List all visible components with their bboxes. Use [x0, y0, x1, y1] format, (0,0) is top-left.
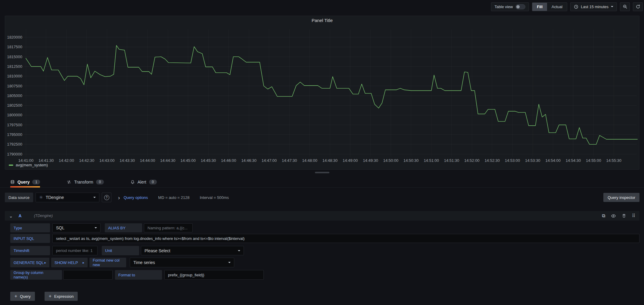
time-range-picker[interactable]: Last 15 minutes: [570, 2, 617, 11]
format-select[interactable]: Time series: [130, 258, 234, 267]
panel-title[interactable]: Panel Title: [5, 18, 639, 23]
tab-query-count-badge: 1: [32, 180, 40, 184]
svg-text:1790000: 1790000: [7, 152, 22, 156]
svg-text:1820000: 1820000: [7, 35, 22, 39]
format-to-input[interactable]: [164, 270, 264, 280]
tab-query[interactable]: Query 1: [10, 177, 40, 187]
tab-transform[interactable]: Transform 0: [67, 177, 104, 187]
svg-text:14:43:30: 14:43:30: [120, 158, 135, 163]
plus-icon: +: [14, 294, 17, 299]
zoom-out-icon: [623, 4, 627, 9]
hide-query-eye-icon[interactable]: [611, 213, 616, 219]
timeshift-input[interactable]: [52, 246, 98, 255]
fill-button[interactable]: Fill: [532, 3, 547, 11]
chevron-right-icon[interactable]: ›: [118, 195, 120, 200]
svg-text:14:46:30: 14:46:30: [241, 158, 256, 163]
svg-text:14:45:00: 14:45:00: [180, 158, 195, 163]
svg-text:1805000: 1805000: [7, 93, 22, 98]
alias-by-label: ALIAS BY: [105, 223, 142, 232]
refresh-icon: [636, 4, 640, 9]
add-expression-label: Expression: [54, 294, 73, 299]
svg-text:14:41:00: 14:41:00: [18, 158, 33, 163]
unit-select[interactable]: Please Select: [141, 246, 244, 255]
alias-by-input[interactable]: [144, 223, 193, 232]
svg-text:14:45:30: 14:45:30: [201, 158, 216, 163]
collapse-chevron-icon[interactable]: ⌄: [9, 215, 13, 217]
duplicate-query-icon[interactable]: ⧉: [602, 213, 605, 219]
unit-select-value: Please Select: [145, 248, 170, 253]
add-query-button[interactable]: + Query: [10, 292, 35, 301]
table-view-toggle[interactable]: [515, 4, 525, 9]
query-options-link[interactable]: Query options: [123, 195, 148, 200]
tab-alert[interactable]: Alert 0: [130, 177, 157, 187]
svg-text:14:42:30: 14:42:30: [79, 158, 94, 163]
svg-text:14:50:00: 14:50:00: [383, 158, 398, 163]
editor-tabs: Query 1 Transform 0 Alert 0: [0, 177, 644, 188]
svg-text:1812500: 1812500: [7, 64, 22, 69]
add-query-label: Query: [20, 294, 30, 299]
query-datasource-hint: (TDengine): [34, 214, 53, 218]
form-row-type: Type SQL ALIAS BY: [10, 223, 193, 232]
svg-text:1800000: 1800000: [7, 113, 22, 118]
query-inspector-button[interactable]: Query inspector: [603, 193, 639, 202]
svg-text:14:50:30: 14:50:30: [403, 158, 418, 163]
refresh-button[interactable]: [633, 2, 643, 11]
chevron-down-icon: [611, 6, 613, 7]
datasource-label: Data source: [5, 193, 33, 202]
format-to-label: Format to: [115, 270, 162, 280]
svg-text:1792500: 1792500: [7, 142, 22, 146]
svg-text:14:48:00: 14:48:00: [302, 158, 317, 163]
svg-text:1810000: 1810000: [7, 74, 22, 78]
question-circle-icon: ?: [104, 195, 109, 200]
query-row-header[interactable]: ⌄ A (TDengine) ⧉ ⠿: [5, 211, 639, 221]
toggle-knob: [516, 5, 520, 8]
tdengine-logo-icon: ✳: [39, 195, 43, 200]
delete-query-trash-icon[interactable]: [622, 213, 626, 218]
legend-item[interactable]: avg(mem_system): [9, 163, 48, 167]
datasource-picker[interactable]: ✳ TDengine: [36, 193, 99, 202]
panel-resize-handle[interactable]: [315, 172, 329, 173]
legend-series-label: avg(mem_system): [16, 163, 48, 167]
svg-text:14:54:30: 14:54:30: [566, 158, 581, 163]
chevron-down-icon: [93, 197, 96, 198]
chevron-down-icon: [95, 227, 97, 228]
drag-handle-icon[interactable]: ⠿: [632, 213, 635, 219]
show-help-toggle[interactable]: SHOW HELP ▸: [51, 258, 88, 267]
svg-text:14:51:30: 14:51:30: [444, 158, 459, 163]
svg-text:14:42:00: 14:42:00: [59, 158, 74, 163]
fill-actual-segmented: Fill Actual: [532, 2, 567, 11]
unit-label: Unit: [102, 246, 139, 255]
tab-alert-label: Alert: [138, 180, 146, 184]
group-by-label: Group by column name(s): [10, 270, 62, 280]
input-sql-field[interactable]: [52, 234, 639, 243]
zoom-out-button[interactable]: [620, 2, 630, 11]
format-label: Format new col new: [89, 258, 126, 267]
plus-icon: +: [49, 294, 51, 299]
type-select[interactable]: SQL: [52, 223, 101, 232]
group-by-input[interactable]: [63, 270, 113, 280]
svg-text:1815000: 1815000: [7, 55, 22, 59]
time-series-chart[interactable]: 1820000181750018150001812500181000018075…: [5, 16, 639, 169]
svg-text:14:43:00: 14:43:00: [99, 158, 114, 163]
svg-text:14:53:00: 14:53:00: [505, 158, 520, 163]
actual-button[interactable]: Actual: [547, 3, 567, 11]
svg-text:14:48:30: 14:48:30: [322, 158, 338, 163]
tab-alert-count-badge: 0: [149, 180, 157, 184]
svg-text:14:51:00: 14:51:00: [424, 158, 439, 163]
svg-text:14:55:00: 14:55:00: [586, 158, 601, 163]
svg-text:14:52:30: 14:52:30: [484, 158, 499, 163]
time-series-panel: 1820000181750018150001812500181000018075…: [5, 16, 639, 170]
arrow-right-icon: ▸: [44, 261, 46, 265]
arrow-right-icon: ▸: [82, 261, 84, 265]
svg-text:1795000: 1795000: [7, 132, 22, 137]
add-expression-button[interactable]: + Expression: [45, 292, 78, 301]
time-range-label: Last 15 minutes: [581, 5, 608, 9]
datasource-help-button[interactable]: ?: [102, 193, 111, 202]
timeshift-label: Timeshift: [10, 246, 50, 255]
svg-text:14:47:00: 14:47:00: [262, 158, 277, 163]
form-row-timeshift: Timeshift Unit Please Select: [10, 246, 244, 255]
svg-text:14:41:30: 14:41:30: [39, 158, 54, 163]
type-select-value: SQL: [56, 225, 64, 230]
query-ref-id[interactable]: A: [19, 213, 22, 218]
generate-sql-toggle[interactable]: GENERATE SQL ▸: [10, 258, 49, 267]
